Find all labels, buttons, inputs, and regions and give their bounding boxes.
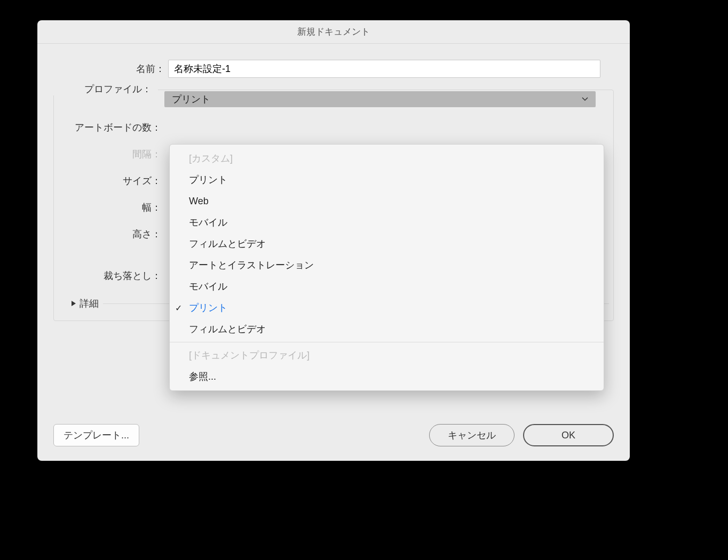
dropdown-item-label: フィルムとビデオ [189,323,266,335]
artboards-row: アートボードの数： [58,121,609,134]
dropdown-item-label: モバイル [189,280,227,293]
profile-dropdown[interactable]: プリント [164,91,596,107]
cancel-button-label: キャンセル [448,429,496,442]
artboards-label: アートボードの数： [58,121,164,134]
new-document-dialog: 新規ドキュメント 名前： プロファイル： プリント [37,20,630,461]
dropdown-item[interactable]: アートとイラストレーション [170,254,604,276]
dropdown-item[interactable]: ✓プリント [170,297,604,318]
dialog-footer: テンプレート... キャンセル OK [37,418,630,461]
ok-button-label: OK [561,430,575,441]
dropdown-item-label: プリント [189,173,227,186]
profile-selected-value: プリント [172,93,210,106]
spacing-label: 間隔： [58,148,164,161]
dropdown-item-label: プリント [189,301,227,314]
ok-button[interactable]: OK [523,424,614,446]
dropdown-item[interactable]: フィルムとビデオ [170,233,604,254]
dropdown-item-label: [ドキュメントプロファイル] [189,349,310,362]
dropdown-item: [カスタム] [170,148,604,169]
size-label: サイズ： [58,174,164,187]
dropdown-item-label: モバイル [189,216,227,229]
dropdown-item[interactable]: モバイル [170,212,604,233]
profile-dropdown-menu: [カスタム]プリントWebモバイルフィルムとビデオアートとイラストレーションモバ… [169,144,604,391]
dropdown-item[interactable]: Web [170,190,604,212]
dropdown-item: [ドキュメントプロファイル] [170,345,604,366]
template-button-label: テンプレート... [64,429,129,442]
cancel-button[interactable]: キャンセル [429,424,515,446]
dropdown-item[interactable]: 参照... [170,366,604,387]
dialog-content: 名前： プロファイル： プリント アートボードの数： [37,44,630,418]
dropdown-item-label: Web [189,196,209,207]
dropdown-item[interactable]: モバイル [170,276,604,297]
dropdown-separator [170,342,604,342]
chevron-down-icon [582,97,588,101]
bleed-label: 裁ち落とし： [58,269,164,282]
dropdown-item[interactable]: プリント [170,169,604,190]
dropdown-item-label: [カスタム] [189,152,233,165]
dropdown-item-label: フィルムとビデオ [189,237,266,250]
template-button[interactable]: テンプレート... [53,424,139,446]
profile-label-wrap: プロファイル： [45,83,158,95]
check-icon: ✓ [175,303,182,313]
height-label: 高さ： [58,228,164,241]
dropdown-item-label: 参照... [189,370,216,383]
dialog-titlebar: 新規ドキュメント [37,20,630,44]
name-label: 名前： [53,62,168,75]
details-label: 詳細 [80,297,99,310]
dropdown-item-label: アートとイラストレーション [189,259,314,271]
name-input[interactable] [168,60,600,78]
profile-label: プロファイル： [49,83,155,95]
dialog-title: 新規ドキュメント [297,26,370,38]
width-label: 幅： [58,201,164,214]
dropdown-item[interactable]: フィルムとビデオ [170,318,604,340]
name-row: 名前： [53,60,614,78]
details-toggle[interactable]: 詳細 [67,297,103,310]
footer-button-group: キャンセル OK [429,424,614,446]
triangle-right-icon [71,300,76,307]
